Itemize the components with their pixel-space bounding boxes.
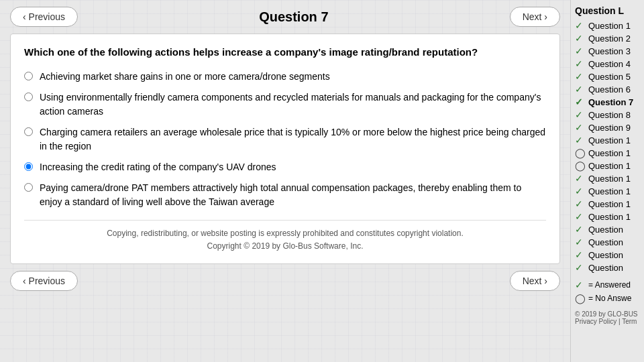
option-5-radio[interactable] [24, 183, 33, 192]
sidebar-item-q19[interactable]: ✓ Question [575, 249, 640, 260]
sidebar-item-q4[interactable]: ✓ Question 4 [575, 58, 640, 69]
option-2-label[interactable]: Using environmentally friendly camera co… [40, 90, 546, 119]
sidebar-item-q15[interactable]: ✓ Question 1 [575, 198, 640, 209]
sidebar-item-q1[interactable]: ✓ Question 1 [575, 20, 640, 31]
sidebar-item-label: Question 1 [588, 161, 631, 171]
check-filled-icon: ✓ [575, 109, 586, 120]
sidebar-item-q14[interactable]: ✓ Question 1 [575, 186, 640, 196]
footer-line2: Privacy Policy | Term [575, 318, 640, 325]
legend-empty-icon: ◯ [575, 293, 586, 304]
sidebar-item-q9[interactable]: ✓ Question 9 [575, 122, 640, 133]
legend-answered-label: = Answered [588, 280, 631, 290]
sidebar-item-q3[interactable]: ✓ Question 3 [575, 46, 640, 56]
sidebar-item-q18[interactable]: ✓ Question [575, 237, 640, 247]
list-item: Charging camera retailers an average who… [24, 125, 546, 154]
sidebar-item-label: Question [588, 225, 623, 235]
legend-no-answer-label: = No Answe [588, 294, 631, 303]
legend-section: ✓ = Answered ◯ = No Answe [575, 280, 640, 304]
sidebar-item-q8[interactable]: ✓ Question 8 [575, 109, 640, 120]
main-content: ‹ Previous Question 7 Next › Which one o… [0, 0, 570, 362]
sidebar-item-label: Question 1 [588, 174, 631, 184]
sidebar-item-q10[interactable]: ✓ Question 1 [575, 135, 640, 145]
check-filled-icon: ✓ [575, 84, 586, 95]
check-filled-icon: ✓ [575, 58, 586, 69]
check-filled-icon: ✓ [575, 224, 586, 235]
check-filled-icon: ✓ [575, 237, 586, 247]
next-button-bottom[interactable]: Next › [510, 271, 560, 291]
sidebar-item-q16[interactable]: ✓ Question 1 [575, 211, 640, 222]
option-4-label[interactable]: Increasing the credit rating of the comp… [40, 160, 276, 174]
sidebar-item-q12[interactable]: ◯ Question 1 [575, 160, 640, 171]
sidebar-item-label: Question 7 [588, 97, 633, 107]
sidebar-item-label: Question [588, 250, 623, 260]
check-filled-icon: ✓ [575, 135, 586, 145]
check-empty-icon: ◯ [575, 160, 586, 171]
sidebar-item-label: Question 3 [588, 46, 631, 56]
sidebar-item-label: Question 2 [588, 34, 631, 44]
sidebar-item-q2[interactable]: ✓ Question 2 [575, 33, 640, 44]
prev-button-bottom[interactable]: ‹ Previous [10, 271, 78, 291]
option-4-radio[interactable] [24, 162, 33, 171]
check-filled-icon: ✓ [575, 249, 586, 260]
sidebar-item-label: Question 8 [588, 110, 631, 120]
option-5-label[interactable]: Paying camera/drone PAT members attracti… [40, 181, 546, 209]
question-text: Which one of the following actions helps… [24, 45, 546, 59]
list-item: Using environmentally friendly camera co… [24, 90, 546, 119]
sidebar-item-label: Question 1 [588, 21, 631, 31]
list-item: Increasing the credit rating of the comp… [24, 160, 546, 174]
footer-line1: © 2019 by GLO-BUS [575, 310, 640, 318]
sidebar-item-label: Question 1 [588, 148, 631, 158]
legend-check-icon: ✓ [575, 280, 586, 290]
prev-button-top[interactable]: ‹ Previous [10, 7, 78, 27]
option-1-label[interactable]: Achieving market share gains in one or m… [40, 70, 330, 84]
option-3-label[interactable]: Charging camera retailers an average who… [40, 125, 546, 154]
sidebar-item-q20[interactable]: ✓ Question [575, 262, 640, 273]
sidebar-item-label: Question 9 [588, 123, 631, 133]
sidebar-title: Question L [575, 5, 640, 16]
check-filled-icon: ✓ [575, 122, 586, 133]
sidebar-item-q17[interactable]: ✓ Question [575, 224, 640, 235]
check-filled-icon: ✓ [575, 262, 586, 273]
check-filled-icon: ✓ [575, 198, 586, 209]
sidebar-item-label: Question [588, 263, 623, 273]
sidebar-item-q13[interactable]: ✓ Question 1 [575, 173, 640, 184]
sidebar-item-label: Question 4 [588, 59, 631, 69]
sidebar-item-q7[interactable]: ✓ Question 7 [575, 97, 640, 107]
sidebar-item-q6[interactable]: ✓ Question 6 [575, 84, 640, 95]
top-navigation: ‹ Previous Question 7 Next › [10, 7, 560, 27]
question-box: Which one of the following actions helps… [10, 34, 560, 264]
sidebar-item-q11[interactable]: ◯ Question 1 [575, 147, 640, 158]
sidebar-footer: © 2019 by GLO-BUS Privacy Policy | Term [575, 310, 640, 325]
option-3-radio[interactable] [24, 127, 33, 136]
sidebar-item-label: Question 1 [588, 135, 631, 145]
next-button-top[interactable]: Next › [510, 7, 560, 27]
check-filled-icon: ✓ [575, 186, 586, 196]
copyright-line2: Copyright © 2019 by Glo-Bus Software, In… [24, 240, 546, 253]
answer-options-list: Achieving market share gains in one or m… [24, 70, 546, 209]
list-item: Achieving market share gains in one or m… [24, 70, 546, 84]
sidebar-item-label: Question 5 [588, 72, 631, 82]
check-filled-icon: ✓ [575, 46, 586, 56]
sidebar-item-label: Question 1 [588, 199, 631, 209]
check-filled-icon: ✓ [575, 20, 586, 31]
sidebar-item-label: Question 1 [588, 186, 631, 196]
check-filled-icon: ✓ [575, 173, 586, 184]
copyright-line1: Copying, redistributing, or website post… [24, 227, 546, 240]
legend-answered: ✓ = Answered [575, 280, 640, 290]
sidebar-item-label: Question 6 [588, 84, 631, 95]
question-title: Question 7 [78, 9, 510, 25]
check-filled-icon: ✓ [575, 211, 586, 222]
option-2-radio[interactable] [24, 93, 33, 101]
check-filled-icon: ✓ [575, 33, 586, 44]
check-empty-icon: ◯ [575, 147, 586, 158]
sidebar-item-label: Question [588, 237, 623, 247]
sidebar: Question L ✓ Question 1 ✓ Question 2 ✓ Q… [570, 0, 644, 362]
check-filled-icon: ✓ [575, 71, 586, 82]
legend-no-answer: ◯ = No Answe [575, 293, 640, 304]
sidebar-item-label: Question 1 [588, 212, 631, 222]
option-1-radio[interactable] [24, 72, 33, 80]
list-item: Paying camera/drone PAT members attracti… [24, 181, 546, 209]
check-filled-icon: ✓ [575, 97, 586, 107]
copyright-section: Copying, redistributing, or website post… [24, 220, 546, 253]
sidebar-item-q5[interactable]: ✓ Question 5 [575, 71, 640, 82]
